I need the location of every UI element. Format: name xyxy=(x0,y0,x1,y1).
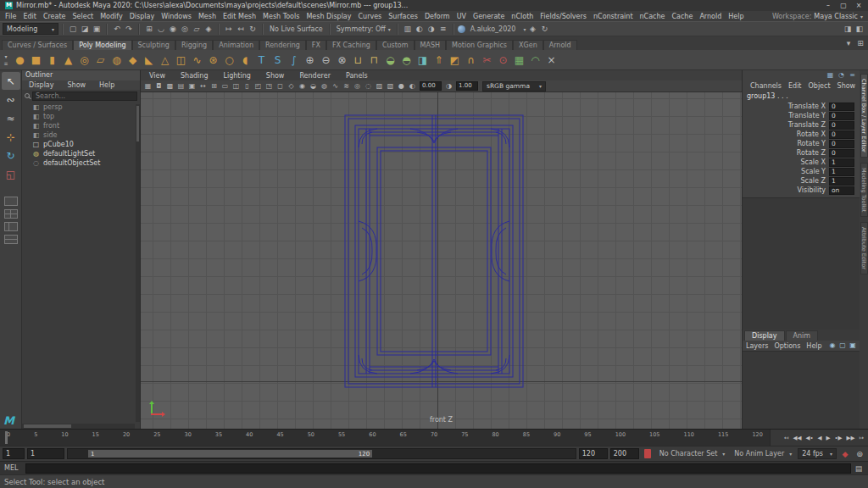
step-back-key-button[interactable]: ◀∙ xyxy=(804,435,815,441)
reduce-icon[interactable]: ◓ xyxy=(398,52,415,69)
lighting-all-icon[interactable]: ◉ xyxy=(297,82,308,90)
two-d-pan-zoom-icon[interactable]: ↔ xyxy=(198,82,209,90)
shelf-tab[interactable]: Motion Graphics xyxy=(446,40,513,50)
two-pane-side-by-side-layout-button[interactable] xyxy=(4,222,18,231)
menu-item[interactable]: Modify xyxy=(97,13,126,20)
depth-of-field-icon[interactable]: ◎ xyxy=(352,82,363,90)
two-pane-stacked-layout-button[interactable] xyxy=(4,235,18,244)
channel-box-menu-item[interactable]: Edit xyxy=(785,82,805,90)
channel-label[interactable]: Rotate X xyxy=(743,130,829,138)
resolution-gate-icon[interactable]: ◫ xyxy=(231,82,242,90)
shelf-tab[interactable]: MASH xyxy=(415,40,446,50)
poly-plane-icon[interactable]: ▱ xyxy=(92,52,108,69)
viewport-refresh-icon[interactable]: ↻ xyxy=(538,22,550,36)
mirror-wireframe[interactable] xyxy=(141,92,742,429)
workspace-value[interactable]: Maya Classic xyxy=(814,13,863,20)
add-layer-from-selection-icon[interactable]: ▣ xyxy=(849,341,858,350)
go-to-start-button[interactable]: ↤ xyxy=(782,435,790,441)
shelf-tab[interactable]: Animation xyxy=(213,40,259,50)
menu-item[interactable]: Arnold xyxy=(696,13,725,20)
channel-value-field[interactable]: 1 xyxy=(829,177,854,186)
viewport-menu-item[interactable]: Panels xyxy=(342,72,371,80)
shelf-tab[interactable]: Rigging xyxy=(175,40,213,50)
menu-item[interactable]: Edit Mesh xyxy=(220,13,259,20)
gate-mask-icon[interactable]: ▯ xyxy=(242,82,253,90)
close-button[interactable]: × xyxy=(851,0,866,11)
poly-pipe-icon[interactable]: ◫ xyxy=(173,52,189,69)
channel-settings-icon[interactable]: ≡ xyxy=(848,71,857,80)
layer-menu-item[interactable]: Layers xyxy=(746,342,768,350)
poly-pyramid-icon[interactable]: ◣ xyxy=(141,52,157,69)
menu-item[interactable]: Surfaces xyxy=(385,13,421,20)
field-chart-icon[interactable]: ◰ xyxy=(253,82,264,90)
poly-disc-icon[interactable]: ◍ xyxy=(108,52,125,69)
menu-item[interactable]: Fields/Solvers xyxy=(537,13,590,20)
open-scene-icon[interactable]: ◪ xyxy=(79,22,91,36)
fps-selector[interactable]: 24 fps xyxy=(798,448,837,459)
make-object-live-icon[interactable]: ◈ xyxy=(203,22,214,36)
channel-label[interactable]: Translate Y xyxy=(743,112,829,119)
exposure-field[interactable]: 0.00 xyxy=(420,81,442,91)
menu-set-selector[interactable]: Modeling xyxy=(3,23,58,35)
shelf-tab[interactable]: FX xyxy=(306,40,326,50)
range-slider-track[interactable]: 1 120 xyxy=(67,448,576,459)
outliner-item[interactable]: ◌ defaultObjectSet xyxy=(22,158,140,168)
xray-icon[interactable]: ▨ xyxy=(374,82,385,90)
bookmarks-icon[interactable]: ▤ xyxy=(175,82,186,90)
extrude-icon[interactable]: ⇑ xyxy=(431,52,447,69)
combine-icon[interactable]: ⊔ xyxy=(350,52,366,69)
type-tool-icon[interactable]: T xyxy=(253,52,270,69)
four-view-layout-button[interactable] xyxy=(4,209,18,219)
channel-box-menu-item[interactable]: Object xyxy=(805,82,834,90)
sidebar-tab[interactable]: Attribute Editor xyxy=(860,222,868,274)
poly-soccer-ball-icon[interactable]: ○ xyxy=(221,52,237,69)
poly-cube-icon[interactable]: ■ xyxy=(28,52,44,69)
channel-label[interactable]: Rotate Z xyxy=(743,149,829,157)
single-pane-layout-button[interactable] xyxy=(4,197,18,206)
sidebar-tool-settings-icon[interactable]: ◧ xyxy=(854,22,865,36)
channel-label[interactable]: Visibility xyxy=(743,186,829,194)
layer-menu-item[interactable]: Help xyxy=(806,342,821,350)
menu-item[interactable]: Mesh Display xyxy=(303,13,354,20)
channel-value-field[interactable]: 1 xyxy=(829,168,854,176)
outliner-item[interactable]: ◧ front xyxy=(22,121,140,130)
menu-item[interactable]: Select xyxy=(69,13,97,20)
playback-start-field[interactable]: 1 xyxy=(27,448,64,459)
menu-item[interactable]: nConstraint xyxy=(590,13,637,20)
minimize-button[interactable]: – xyxy=(821,0,836,11)
sweep-mesh-icon[interactable]: ∫ xyxy=(286,52,302,69)
viewport-menu-item[interactable]: Lighting xyxy=(220,72,253,80)
shelf-tab[interactable]: Custom xyxy=(376,40,415,50)
wireframe-on-shaded-icon[interactable]: ▧ xyxy=(385,82,396,90)
lock-camera-icon[interactable]: ◘ xyxy=(153,82,164,90)
paint-select-tool[interactable]: ≈ xyxy=(2,109,20,127)
sculpt-tool-icon[interactable]: ◠ xyxy=(527,52,543,69)
viewport-menu-item[interactable]: Show xyxy=(263,72,288,80)
mirror-cut-icon[interactable]: × xyxy=(543,52,559,69)
outliner-menu-item[interactable]: Show xyxy=(64,81,90,89)
outliner-item[interactable]: ◧ top xyxy=(22,112,140,121)
channel-label[interactable]: Scale X xyxy=(743,158,829,166)
go-to-end-button[interactable]: ↦ xyxy=(858,435,865,441)
layer-editor-tab[interactable]: Anim xyxy=(786,330,819,341)
multi-cut-icon[interactable]: ✂ xyxy=(479,52,495,69)
highlight-selection-mode-icon[interactable]: ◈ xyxy=(526,22,538,36)
isolate-select-icon[interactable]: ◌ xyxy=(363,82,374,90)
no-live-surface-label[interactable]: No Live Surface xyxy=(267,25,326,33)
play-forwards-button[interactable]: ▶ xyxy=(824,435,832,441)
layer-list[interactable] xyxy=(743,351,860,429)
step-forward-frame-button[interactable]: ▶▶ xyxy=(845,435,857,441)
move-tool[interactable]: ⊹ xyxy=(2,128,20,146)
animation-preferences-icon[interactable]: ⊚ xyxy=(854,450,865,458)
channel-value-field[interactable]: 0 xyxy=(829,140,854,148)
animation-end-field[interactable]: 200 xyxy=(610,448,639,459)
grid-toggle-icon[interactable]: ⊞ xyxy=(209,82,220,90)
channel-value-field[interactable]: 0 xyxy=(829,112,854,120)
outliner-item[interactable]: ◧ side xyxy=(22,130,140,140)
menu-item[interactable]: Display xyxy=(126,13,159,20)
redo-icon[interactable]: ↷ xyxy=(123,22,135,36)
anti-aliasing-icon[interactable]: ≋ xyxy=(341,82,352,90)
range-slider-handle[interactable]: 1 120 xyxy=(88,450,372,458)
auto-keyframe-icon[interactable]: ◆ xyxy=(839,450,851,458)
snap-to-curve-icon[interactable]: ◡ xyxy=(155,22,167,36)
